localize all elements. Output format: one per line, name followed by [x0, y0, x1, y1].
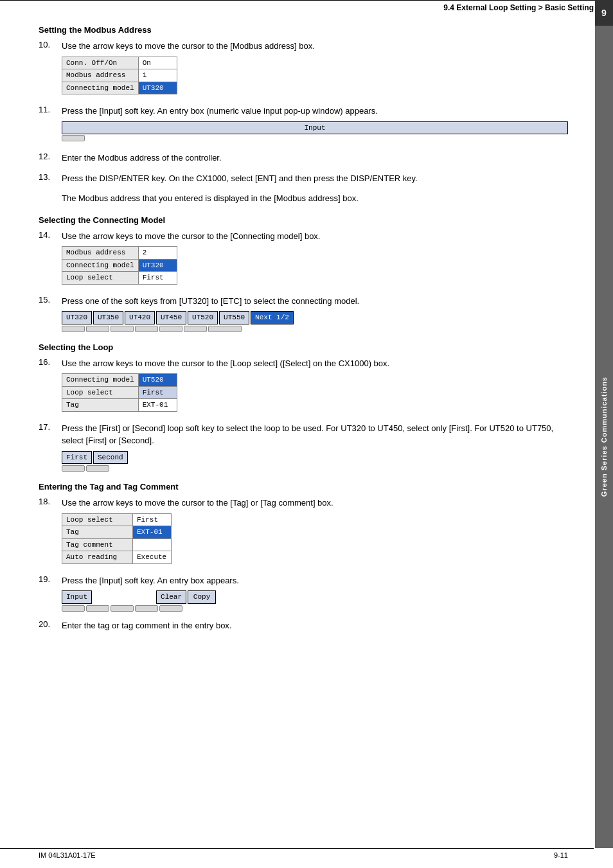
item-14-text: Use the arrow keys to move the cursor to…: [62, 231, 320, 241]
table-cell-label: Loop select: [62, 386, 139, 399]
table-cell-label: Tag comment: [62, 538, 133, 551]
section-tag-title: Entering the Tag and Tag Comment: [39, 482, 568, 492]
softkey-indicator: [62, 605, 85, 612]
softkey-copy[interactable]: Copy: [188, 590, 216, 604]
item-10: 10. Use the arrow keys to move the curso…: [39, 40, 568, 97]
table-cell-value: First: [133, 513, 172, 526]
item-10-num: 10.: [39, 40, 62, 49]
table-cell-value: 1: [138, 69, 177, 82]
softkey-indicator: [135, 605, 158, 612]
item-12: 12. Enter the Modbus address of the cont…: [39, 152, 568, 164]
indicator-row: [62, 135, 568, 141]
item-16-content: Use the arrow keys to move the cursor to…: [62, 357, 568, 414]
softkey-indicator: [184, 326, 207, 332]
item-16-text: Use the arrow keys to move the cursor to…: [62, 359, 389, 368]
item-20-text: Enter the tag or tag comment in the entr…: [62, 621, 231, 630]
indicator-row-15: [62, 326, 568, 332]
item-20-num: 20.: [39, 619, 62, 629]
table-row: Conn. Off/On On: [62, 57, 177, 69]
softkey-indicator: [111, 326, 134, 332]
table-cell-label: Loop select: [62, 272, 139, 285]
item-12-num: 12.: [39, 152, 62, 161]
item-18-content: Use the arrow keys to move the cursor to…: [62, 497, 568, 567]
header-title: 9.4 External Loop Setting > Basic Settin…: [443, 3, 594, 12]
table-row: Modbus address 2: [62, 247, 177, 260]
table-row: Connecting model UT320: [62, 82, 177, 94]
table-cell-value: 2: [138, 247, 177, 260]
softkey-ut350[interactable]: UT350: [93, 311, 123, 324]
indicator-row-17: [62, 465, 568, 472]
softkey-indicator: [111, 605, 134, 612]
table-cell-highlight: UT520: [138, 374, 177, 387]
softkey-next[interactable]: Next 1/2: [251, 311, 294, 324]
softkey-ut520[interactable]: UT520: [188, 311, 218, 324]
table-cell-value: Execute: [133, 551, 172, 564]
table-row: Tag comment: [62, 538, 172, 551]
table-cell-value: First: [138, 272, 177, 285]
softkey-first[interactable]: First: [62, 451, 92, 465]
item-17-text: Press the [First] or [Second] loop soft …: [62, 423, 553, 446]
item-13-content: Press the DISP/ENTER key. On the CX1000,…: [62, 172, 568, 185]
table-cell-label: Tag: [62, 526, 133, 539]
item-13-num: 13.: [39, 172, 62, 182]
page-container: 9.4 External Loop Setting > Basic Settin…: [0, 0, 613, 868]
item-11-num: 11.: [39, 105, 62, 114]
item-15-softkeys: UT320 UT350 UT420 UT450 UT520 UT550 Next…: [62, 311, 568, 324]
item-20-content: Enter the tag or tag comment in the entr…: [62, 619, 568, 632]
item-18-text: Use the arrow keys to move the cursor to…: [62, 498, 333, 508]
table-row: Loop select First: [62, 272, 177, 285]
softkey-indicator: [135, 326, 158, 332]
softkey-indicator: [208, 326, 242, 332]
table-cell-label: Modbus address: [62, 69, 139, 82]
table-cell-label: Loop select: [62, 513, 133, 526]
item-11-text: Press the [Input] soft key. An entry box…: [62, 106, 378, 116]
item-17-content: Press the [First] or [Second] loop soft …: [62, 422, 568, 472]
softkey-ut550[interactable]: UT550: [219, 311, 249, 324]
table-cell-value: [133, 538, 172, 551]
table-row: Tag EXT-01: [62, 399, 177, 412]
table-row: Loop select First: [62, 513, 172, 526]
softkey-indicator: [86, 465, 109, 472]
item-19-num: 19.: [39, 574, 62, 584]
table-cell-label: Tag: [62, 399, 139, 412]
footer-left: IM 04L31A01-17E: [39, 851, 96, 859]
indicator-row-19: [62, 605, 568, 612]
item-16-table: Connecting model UT520 Loop select First…: [62, 373, 177, 412]
table-cell-label: Connecting model: [62, 259, 139, 272]
bottom-bar: IM 04L31A01-17E 9-11: [0, 848, 594, 862]
table-cell-label: Modbus address: [62, 247, 139, 260]
table-row: Auto reading Execute: [62, 551, 172, 564]
table-cell-label: Connecting model: [62, 82, 139, 94]
softkey-second[interactable]: Second: [93, 451, 128, 465]
softkey-ut320[interactable]: UT320: [62, 311, 92, 324]
softkey-indicator: [62, 135, 85, 141]
table-cell-value: On: [138, 57, 177, 69]
table-row: Modbus address 1: [62, 69, 177, 82]
item-17-softkeys: First Second: [62, 451, 568, 465]
softkey-clear[interactable]: Clear: [156, 590, 186, 604]
softkey-ut420[interactable]: UT420: [125, 311, 155, 324]
item-10-text: Use the arrow keys to move the cursor to…: [62, 41, 315, 51]
softkey-indicator: [62, 326, 85, 332]
item-12-content: Enter the Modbus address of the controll…: [62, 152, 568, 164]
item-18-table: Loop select First Tag EXT-01 Tag comment…: [62, 513, 172, 564]
table-cell-value: EXT-01: [138, 399, 177, 412]
softkey-indicator: [86, 326, 109, 332]
main-content: Setting the Modbus Address 10. Use the a…: [0, 25, 594, 652]
table-cell-label: Auto reading: [62, 551, 133, 564]
item-10-table: Conn. Off/On On Modbus address 1 Connect…: [62, 57, 177, 95]
softkey-input[interactable]: Input: [62, 590, 92, 604]
softkey-indicator: [159, 605, 182, 612]
section-loop-title: Selecting the Loop: [39, 342, 568, 352]
item-19-content: Press the [Input] soft key. An entry box…: [62, 574, 568, 612]
item-12-text: Enter the Modbus address of the controll…: [62, 153, 222, 163]
softkey-ut450[interactable]: UT450: [156, 311, 186, 324]
sidebar-label: Green Series Communications: [600, 376, 608, 497]
input-button[interactable]: Input: [62, 121, 568, 135]
item-13: 13. Press the DISP/ENTER key. On the CX1…: [39, 172, 568, 185]
item-16-num: 16.: [39, 357, 62, 367]
item-19-softkeys: Input Clear Copy: [62, 590, 568, 604]
item-15-num: 15.: [39, 295, 62, 305]
page-header: 9.4 External Loop Setting > Basic Settin…: [0, 0, 613, 15]
table-cell-label: Connecting model: [62, 374, 139, 387]
